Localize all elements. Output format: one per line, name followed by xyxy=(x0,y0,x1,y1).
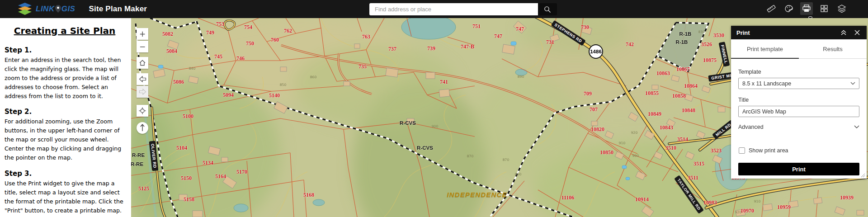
print-panel-tabs: Print template Results xyxy=(731,39,867,59)
collapse-panel-button[interactable] xyxy=(839,28,849,38)
measure-icon xyxy=(766,4,776,14)
draw-tool-button[interactable] xyxy=(783,2,795,15)
search-button[interactable] xyxy=(538,3,557,15)
toolbar xyxy=(765,2,848,15)
instructions-sidebar: Creating a Site Plan Step 1. Enter an ad… xyxy=(0,18,131,217)
show-print-area-row: Show print area xyxy=(739,147,788,154)
linkgis-logo: LINK GIS xyxy=(17,3,75,15)
step-3-label: Step 3. xyxy=(5,170,125,178)
arrow-left-icon xyxy=(139,76,146,82)
print-panel-header: Print xyxy=(731,26,867,39)
step-1-text: Enter an address in the search tool, the… xyxy=(5,56,125,100)
advanced-label: Advanced xyxy=(738,124,854,130)
previous-extent-button[interactable] xyxy=(137,73,148,85)
close-panel-button[interactable] xyxy=(852,28,862,38)
advanced-section-toggle[interactable]: Advanced xyxy=(738,124,859,130)
north-arrow-icon xyxy=(139,124,146,132)
city-label-independence: INDEPENDENCE xyxy=(447,191,507,198)
tab-print-template[interactable]: Print template xyxy=(731,39,799,58)
print-button[interactable]: Print xyxy=(738,163,859,175)
title-label: Title xyxy=(738,97,749,103)
print-panel: Print Print template Results Template 8.… xyxy=(731,26,867,179)
search-icon xyxy=(544,6,551,13)
site-plan-maker-app: LINK GIS Site Plan Maker xyxy=(0,0,868,217)
compass-button[interactable] xyxy=(137,122,148,134)
layers-logo-icon xyxy=(17,3,33,15)
app-title: Site Plan Maker xyxy=(89,5,147,14)
step-2: Step 2. For additional zooming, use the … xyxy=(5,108,125,162)
print-icon xyxy=(802,4,811,14)
top-bar: LINK GIS Site Plan Maker xyxy=(0,0,868,18)
print-tool-active-indicator xyxy=(808,16,812,19)
brand-gis-text: GIS xyxy=(61,5,75,14)
draw-icon xyxy=(784,4,794,14)
step-1-label: Step 1. xyxy=(5,46,125,54)
layers-tool-button[interactable] xyxy=(835,2,848,15)
close-icon xyxy=(854,30,860,35)
print-panel-title: Print xyxy=(736,29,835,36)
search-box xyxy=(369,3,557,15)
basemap-gallery-icon xyxy=(819,4,829,14)
arrow-right-icon xyxy=(139,89,146,95)
measure-tool-button[interactable] xyxy=(765,2,778,15)
template-select[interactable]: 8.5 x 11 Landscape xyxy=(738,78,859,89)
home-button[interactable] xyxy=(137,57,148,69)
location-pin-icon xyxy=(55,5,61,13)
resize-handle[interactable] xyxy=(861,173,865,178)
double-chevron-up-icon xyxy=(840,30,847,36)
step-3-text: Use the Print widget to give the map a t… xyxy=(5,179,125,215)
step-3: Step 3. Use the Print widget to give the… xyxy=(5,170,125,215)
print-tool-button[interactable] xyxy=(800,2,813,15)
locate-button[interactable] xyxy=(137,105,148,117)
step-2-text: For additional zooming, use the Zoom but… xyxy=(5,117,125,162)
tab-results[interactable]: Results xyxy=(799,39,867,58)
chevron-down-icon xyxy=(854,125,859,129)
home-icon xyxy=(139,59,146,66)
route-1486-shield: 1486 xyxy=(589,44,603,59)
step-1: Step 1. Enter an address in the search t… xyxy=(5,46,125,100)
search-input[interactable] xyxy=(369,3,538,15)
template-select-value: 8.5 x 11 Landscape xyxy=(742,80,850,87)
basemap-gallery-button[interactable] xyxy=(818,2,830,15)
brand-link-text: LINK xyxy=(36,5,55,14)
zoom-out-button[interactable]: − xyxy=(137,41,148,52)
sidebar-heading: Creating a Site Plan xyxy=(5,25,125,36)
template-label: Template xyxy=(738,69,761,75)
layers-icon xyxy=(837,4,847,14)
locate-icon xyxy=(139,107,146,114)
step-2-label: Step 2. xyxy=(5,108,125,116)
map-title-input[interactable]: ArcGIS Web Map xyxy=(738,106,859,117)
show-print-area-checkbox[interactable] xyxy=(739,147,745,154)
print-panel-body: Template 8.5 x 11 Landscape Title ArcGIS… xyxy=(731,59,867,179)
chevron-down-icon xyxy=(850,82,855,85)
zoom-in-button[interactable]: + xyxy=(137,28,148,40)
next-extent-button xyxy=(137,86,148,98)
show-print-area-label: Show print area xyxy=(749,147,788,154)
map-title-value: ArcGIS Web Map xyxy=(742,108,786,115)
